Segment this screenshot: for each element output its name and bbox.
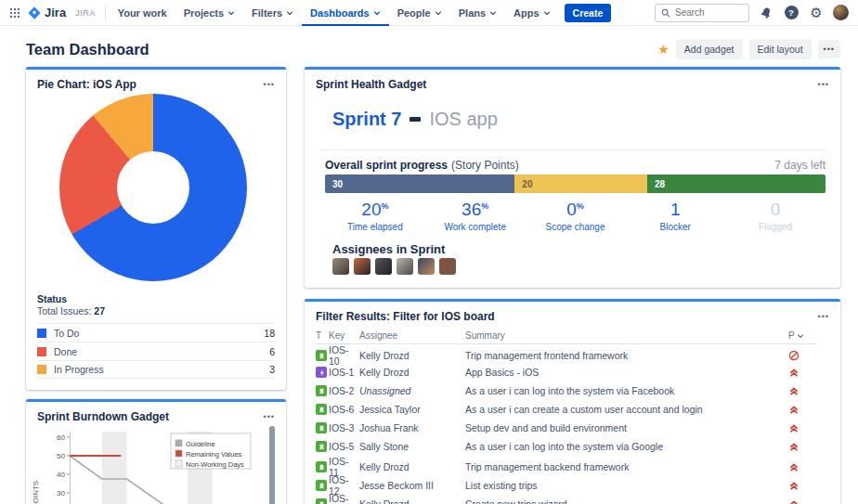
legend-value: 3 <box>269 364 275 375</box>
issue-summary[interactable]: As a user i can create a custom user acc… <box>465 404 788 415</box>
sprint-health-menu-button[interactable]: ••• <box>818 80 829 89</box>
issue-type-story-icon <box>316 404 327 415</box>
favorite-star-icon[interactable]: ★ <box>657 43 670 56</box>
jira-logo[interactable]: Jira <box>28 6 66 19</box>
search-input[interactable] <box>675 7 742 18</box>
top-navbar: Jira JIRA Your workProjectsFiltersDashbo… <box>0 0 858 26</box>
nav-item-plans[interactable]: Plans <box>450 0 505 26</box>
assignee-avatar-3[interactable] <box>375 258 392 275</box>
user-avatar[interactable] <box>833 5 849 20</box>
notifications-bell-icon[interactable] <box>758 5 774 21</box>
issue-key[interactable]: IOS-10 <box>329 344 359 367</box>
issue-key[interactable]: IOS-1 <box>329 367 359 378</box>
donut-chart <box>59 94 247 281</box>
issue-key[interactable]: IOS-3 <box>329 422 359 433</box>
burndown-menu-button[interactable]: ••• <box>264 412 275 421</box>
issue-assignee: Jessica Taylor <box>359 404 465 415</box>
bell-icon <box>760 6 773 19</box>
nav-item-your-work[interactable]: Your work <box>110 0 176 26</box>
legend-value: 6 <box>269 346 275 357</box>
progress-heading-row: Overall sprint progress (Story Points) 7… <box>325 159 826 172</box>
legend-label-non-working-days: Non-Working Days <box>186 460 244 469</box>
issue-assignee: Kelly Drozd <box>359 461 465 472</box>
burndown-header: Sprint Burndown Gadget ••• <box>26 402 286 427</box>
issue-type-story-icon <box>316 461 327 472</box>
issue-type-cell <box>316 404 329 415</box>
issue-key[interactable]: IOS-13 <box>329 493 359 504</box>
stat-value: 20% <box>325 200 425 220</box>
nav-divider <box>105 6 106 20</box>
legend-label: In Progress <box>54 364 104 375</box>
nav-item-label: Your work <box>118 7 167 19</box>
dashboard-header: Team Dashboard ★ Add gadget Edit layout … <box>26 39 840 59</box>
issue-type-cell <box>316 422 329 433</box>
nav-item-apps[interactable]: Apps <box>505 0 559 26</box>
issue-row-ios-2[interactable]: IOS-2UnassignedAs a user i can log into … <box>316 381 816 400</box>
col-priority[interactable]: P <box>788 330 816 341</box>
issue-row-ios-1[interactable]: IOS-1Kelly DrozdApp Basics - iOS <box>316 363 816 381</box>
issue-key[interactable]: IOS-6 <box>329 404 359 415</box>
add-gadget-button[interactable]: Add gadget <box>676 39 743 59</box>
assignee-avatar-4[interactable] <box>396 258 413 275</box>
help-icon[interactable]: ? <box>783 5 800 21</box>
issue-row-ios-3[interactable]: IOS-3Joshua FrankSetup dev and and build… <box>316 419 816 437</box>
assignee-avatar-1[interactable] <box>332 258 349 275</box>
nav-item-label: People <box>397 7 431 19</box>
legend-row-done: Done6 <box>37 342 275 360</box>
dashboard-more-button[interactable]: ••• <box>818 40 840 58</box>
assignee-avatar-5[interactable] <box>418 258 435 275</box>
app-switcher-icon[interactable] <box>9 7 20 19</box>
issue-summary[interactable]: As a user i can log into the system via … <box>465 385 788 396</box>
legend-color-chip <box>37 365 46 374</box>
issue-row-ios-5[interactable]: IOS-5Sally StoneAs a user i can log into… <box>316 437 816 456</box>
assignee-avatar-2[interactable] <box>354 258 370 275</box>
legend-swatch-remaining-values <box>176 450 182 457</box>
issue-row-ios-12[interactable]: IOS-12Jesse Beckom IIIList existing trip… <box>316 474 816 493</box>
issue-summary[interactable]: Trip management frontend framework <box>465 350 788 361</box>
issue-type-cell <box>316 441 329 452</box>
settings-gear-icon[interactable]: ⚙ <box>808 5 825 21</box>
issue-summary[interactable]: Create new trips wizard <box>465 498 788 504</box>
assignee-avatar-6[interactable] <box>439 258 456 275</box>
nav-item-filters[interactable]: Filters <box>243 0 302 26</box>
col-summary[interactable]: Summary <box>465 330 788 341</box>
filter-results-menu-button[interactable]: ••• <box>818 312 829 321</box>
edit-layout-button[interactable]: Edit layout <box>749 39 812 59</box>
issue-summary[interactable]: App Basics - iOS <box>465 367 788 378</box>
create-button[interactable]: Create <box>565 4 612 22</box>
issue-summary[interactable]: As a user i can log into the system via … <box>465 441 788 452</box>
sprint-name[interactable]: Sprint 7 <box>332 109 401 130</box>
stat-value: 36% <box>425 200 526 220</box>
legend-row-to-do: To Do18 <box>37 323 275 342</box>
y-tick-label: 30 <box>57 489 65 498</box>
stat-flagged: 0Flagged <box>725 200 826 232</box>
gadget-scrollbar[interactable] <box>269 426 275 504</box>
issue-summary[interactable]: List existing trips <box>465 480 788 491</box>
issue-assignee: Kelly Drozd <box>359 350 465 361</box>
nav-item-dashboards[interactable]: Dashboards <box>302 0 389 26</box>
col-type[interactable]: T <box>316 330 329 341</box>
col-key[interactable]: Key <box>329 330 359 341</box>
chevron-down-icon <box>489 9 497 17</box>
issue-key[interactable]: IOS-5 <box>329 441 359 452</box>
col-assignee[interactable]: Assignee <box>359 330 465 341</box>
nav-item-people[interactable]: People <box>389 0 450 26</box>
issue-row-ios-10[interactable]: IOS-10Kelly DrozdTrip management fronten… <box>316 344 816 363</box>
issue-summary[interactable]: Trip management backend framework <box>465 461 788 472</box>
global-search[interactable] <box>655 4 749 22</box>
legend-swatch-non-working-days <box>176 460 182 467</box>
stat-work-complete: 36%Work complete <box>425 200 526 232</box>
nav-item-label: Filters <box>252 7 282 19</box>
issue-row-ios-13[interactable]: IOS-13Kelly DrozdCreate new trips wizard <box>316 493 816 504</box>
issue-key[interactable]: IOS-2 <box>329 385 359 396</box>
pie-gadget-menu-button[interactable]: ••• <box>264 80 275 89</box>
legend-title: Status <box>37 293 275 304</box>
priority-highest-icon <box>788 461 800 472</box>
issue-row-ios-6[interactable]: IOS-6Jessica TaylorAs a user i can creat… <box>316 400 816 419</box>
issue-row-ios-11[interactable]: IOS-11Kelly DrozdTrip management backend… <box>316 456 816 474</box>
legend-rows: To Do18Done6In Progress3 <box>37 323 275 379</box>
issue-type-story-icon <box>316 480 327 491</box>
issue-priority-cell <box>788 422 816 433</box>
issue-summary[interactable]: Setup dev and and build environment <box>465 422 788 433</box>
nav-item-projects[interactable]: Projects <box>176 0 243 26</box>
